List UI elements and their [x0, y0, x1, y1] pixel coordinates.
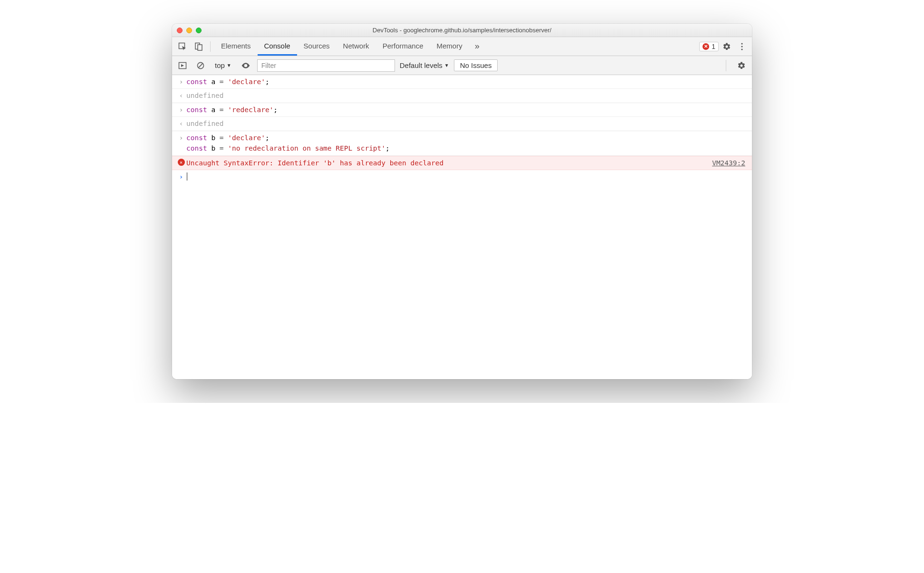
live-expression-button[interactable]	[239, 59, 252, 72]
svg-line-8	[199, 63, 203, 67]
toggle-sidebar-button[interactable]	[176, 59, 189, 72]
tab-network[interactable]: Network	[337, 37, 376, 56]
clear-console-button[interactable]	[194, 59, 207, 72]
tab-memory[interactable]: Memory	[430, 37, 469, 56]
result-chevron-icon: ‹	[176, 90, 186, 101]
titlebar: DevTools - googlechrome.github.io/sample…	[172, 24, 752, 37]
error-source-link[interactable]: VM2439:2	[712, 158, 748, 168]
separator	[726, 60, 726, 71]
svg-point-4	[741, 46, 742, 47]
error-icon: ✕	[703, 43, 709, 50]
chevron-right-icon: »	[475, 41, 480, 51]
inspect-element-icon[interactable]	[175, 39, 190, 54]
code-text: const a = 'declare';	[186, 76, 270, 87]
tab-sources[interactable]: Sources	[297, 37, 337, 56]
prompt-chevron-icon: ›	[176, 172, 186, 182]
filter-input[interactable]	[257, 59, 395, 72]
window-title: DevTools - googlechrome.github.io/sample…	[172, 27, 752, 34]
context-label: top	[215, 61, 225, 69]
result-text: undefined	[186, 90, 224, 101]
console-result-row: ‹undefined	[172, 117, 752, 131]
tab-performance[interactable]: Performance	[376, 37, 430, 56]
prompt-input[interactable]	[186, 172, 187, 182]
error-text: Uncaught SyntaxError: Identifier 'b' has…	[186, 158, 443, 168]
device-toolbar-icon[interactable]	[191, 39, 206, 54]
input-chevron-icon: ›	[176, 76, 186, 87]
tab-elements[interactable]: Elements	[214, 37, 258, 56]
ban-icon	[196, 61, 205, 70]
log-levels-selector[interactable]: Default levels ▼	[400, 61, 449, 69]
console-error-row: ✕Uncaught SyntaxError: Identifier 'b' ha…	[172, 156, 752, 170]
result-chevron-icon: ‹	[176, 118, 186, 129]
separator	[210, 41, 211, 52]
error-icon: ✕	[176, 158, 186, 166]
error-count: 1	[712, 43, 715, 50]
devtools-window: DevTools - googlechrome.github.io/sample…	[172, 24, 752, 379]
console-settings-button[interactable]	[735, 59, 748, 72]
svg-point-3	[741, 43, 742, 44]
input-chevron-icon: ›	[176, 105, 186, 115]
minimize-window-button[interactable]	[186, 28, 192, 33]
caret-down-icon: ▼	[227, 63, 231, 68]
levels-label: Default levels	[400, 61, 443, 69]
error-count-badge[interactable]: ✕ 1	[699, 42, 719, 51]
more-tabs-button[interactable]: »	[470, 39, 484, 54]
console-input-row: ›const b = 'declare'; const b = 'no rede…	[172, 131, 752, 156]
gear-icon	[722, 42, 731, 51]
input-chevron-icon: ›	[176, 133, 186, 143]
code-text: const a = 'redeclare';	[186, 105, 278, 115]
more-options-button[interactable]	[735, 39, 749, 54]
main-toolbar: ElementsConsoleSourcesNetworkPerformance…	[172, 37, 752, 56]
sidebar-icon	[178, 61, 187, 70]
zoom-window-button[interactable]	[196, 28, 202, 33]
panel-tabs: ElementsConsoleSourcesNetworkPerformance…	[214, 37, 469, 56]
console-input-row: ›const a = 'redeclare';	[172, 103, 752, 117]
svg-rect-2	[198, 45, 202, 50]
issues-button[interactable]: No Issues	[454, 59, 498, 71]
console-output[interactable]: ›const a = 'declare';‹undefined›const a …	[172, 75, 752, 379]
console-result-row: ‹undefined	[172, 89, 752, 103]
settings-button[interactable]	[720, 39, 734, 54]
close-window-button[interactable]	[177, 28, 183, 33]
eye-icon	[241, 61, 250, 70]
console-input-row: ›const a = 'declare';	[172, 75, 752, 89]
window-controls	[177, 28, 202, 33]
gear-icon	[737, 61, 746, 70]
context-selector[interactable]: top ▼	[212, 60, 234, 70]
tab-console[interactable]: Console	[258, 37, 297, 56]
kebab-icon	[738, 42, 746, 51]
caret-down-icon: ▼	[444, 63, 449, 68]
svg-point-5	[741, 48, 742, 50]
code-text: const b = 'declare'; const b = 'no redec…	[186, 133, 390, 154]
console-prompt-row[interactable]: ›	[172, 170, 752, 183]
result-text: undefined	[186, 118, 224, 129]
console-toolbar: top ▼ Default levels ▼ No Issues	[172, 56, 752, 75]
